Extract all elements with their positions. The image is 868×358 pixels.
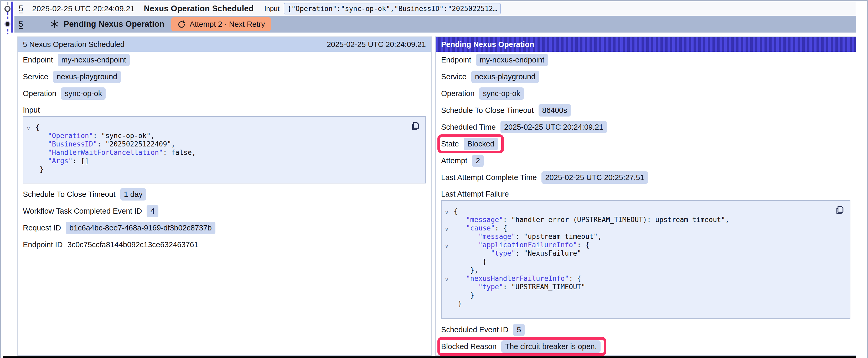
json-code-text: "message": "handler error (UPSTREAM_TIME… (454, 216, 729, 224)
collapse-chevron-icon (445, 292, 454, 300)
collapse-chevron-icon (27, 133, 35, 141)
collapse-chevron-icon[interactable]: ∨ (445, 275, 454, 284)
field-value-service: nexus-playground (53, 71, 121, 83)
field-row-blocked-reason: Blocked ReasonThe circuit breaker is ope… (441, 340, 600, 353)
pending-operation-title: Pending Nexus Operation (441, 40, 534, 49)
copy-icon[interactable] (410, 121, 421, 131)
json-line: } (27, 165, 420, 173)
field-label-state: State (441, 140, 459, 148)
json-line: } (445, 299, 845, 308)
field-row-workflow-task-completed-event-id: Workflow Task Completed Event ID4 (23, 205, 426, 217)
field-value-scheduled-time: 2025-02-25 UTC 20:24:09.21 (500, 121, 607, 133)
collapse-chevron-icon[interactable]: ∨ (445, 208, 454, 217)
json-code-text: } (35, 165, 43, 173)
collapse-chevron-icon (27, 158, 35, 166)
field-label-workflow-task-completed-event-id: Workflow Task Completed Event ID (23, 207, 142, 216)
field-row-operation: Operationsync-op-ok (23, 88, 426, 99)
field-label-service: Service (441, 72, 467, 81)
json-code-text: "BusinessID": "20250225122409", (35, 140, 175, 148)
field-value-scheduled-event-id: 5 (513, 324, 525, 336)
field-row-operation: Operationsync-op-ok (441, 88, 850, 99)
json-code-text: { (454, 207, 458, 216)
json-line: "type": "NexusFailure" (445, 249, 845, 258)
field-value-operation: sync-op-ok (479, 88, 524, 100)
collapse-chevron-icon[interactable]: ∨ (27, 124, 35, 133)
json-code-text: } (454, 258, 487, 266)
field-label-endpoint-id: Endpoint ID (23, 240, 63, 249)
field-value-workflow-task-completed-event-id: 4 (147, 205, 158, 217)
json-code-text: } (454, 299, 462, 308)
asterisk-icon (50, 20, 59, 29)
copy-icon[interactable] (835, 205, 845, 216)
event-row-nexus-operation-scheduled[interactable]: 5 2025-02-25 UTC 20:24:09.21 Nexus Opera… (14, 2, 856, 16)
json-code-text: "Args": [] (35, 157, 89, 165)
field-row-request-id: Request IDb1c6a4bc-8ee7-468a-9169-df3b02… (23, 222, 426, 234)
field-row-scheduled-time: Scheduled Time2025-02-25 UTC 20:24:09.21 (441, 121, 850, 133)
pending-nexus-operation-row[interactable]: 5 Pending Nexus Operation Attempt 2 · Ne… (14, 16, 856, 33)
field-row-state: StateBlocked (441, 138, 498, 150)
collapse-chevron-icon[interactable]: ∨ (445, 242, 454, 250)
pending-event-name: Pending Nexus Operation (64, 20, 164, 29)
collapse-chevron-icon (445, 250, 454, 259)
temporal-event-history-screen: 5 2025-02-25 UTC 20:24:09.21 Nexus Opera… (0, 0, 868, 358)
json-code-text: "message": "upstream timeout", (454, 232, 602, 241)
timeline-connector (7, 2, 8, 5)
json-code-text: { (35, 123, 40, 131)
field-label-last-attempt-failure: Last Attempt Failure (441, 189, 850, 199)
json-code-text: "cause": { (454, 224, 507, 232)
field-value-endpoint: my-nexus-endpoint (476, 54, 548, 66)
json-line: ∨{ (445, 207, 845, 216)
event-timestamp: 2025-02-25 UTC 20:24:09.21 (32, 4, 134, 13)
field-value-attempt: 2 (472, 155, 484, 167)
field-row-service: Servicenexus-playground (441, 71, 850, 83)
json-line: ∨ "nexusHandlerFailureInfo": { (445, 274, 845, 283)
field-row-schedule-to-close-timeout: Schedule To Close Timeout1 day (23, 188, 426, 200)
json-code-text: "HandlerWaitForCancellation": false, (35, 148, 196, 157)
field-row-endpoint: Endpointmy-nexus-endpoint (23, 54, 426, 66)
json-line: "message": "upstream timeout", (445, 232, 845, 241)
scrollbar-gutter[interactable] (856, 2, 867, 358)
json-line: } (445, 291, 845, 299)
event-id-link[interactable]: 5 (19, 4, 23, 13)
field-row-service: Servicenexus-playground (23, 71, 426, 83)
pending-operation-panel: Pending Nexus Operation Endpointmy-nexus… (435, 36, 856, 356)
json-code-text: "type": "UPSTREAM_TIMEOUT" (454, 283, 585, 291)
retry-badge-label: Attempt 2 · Next Retry (190, 20, 265, 29)
field-label-operation: Operation (441, 89, 474, 98)
window-bottom-edge (3, 356, 865, 358)
json-line: ∨ "cause": { (445, 224, 845, 232)
field-value-operation: sync-op-ok (61, 88, 105, 100)
event-detail-title: 5 Nexus Operation Scheduled (23, 40, 125, 49)
input-preview-chip[interactable]: {"Operation":"sync-op-ok","BusinessID":"… (284, 3, 501, 14)
collapse-chevron-icon (27, 149, 35, 158)
field-row-last-attempt-complete-time: Last Attempt Complete Time2025-02-25 UTC… (441, 171, 850, 184)
field-label-operation: Operation (23, 89, 56, 98)
retry-icon (177, 20, 186, 29)
selected-event-indicator-bar (11, 2, 13, 33)
input-label: Input (264, 5, 280, 13)
collapse-chevron-icon (445, 284, 454, 292)
collapse-chevron-icon (445, 259, 454, 267)
collapse-chevron-icon[interactable]: ∨ (445, 225, 454, 233)
json-line: "message": "handler error (UPSTREAM_TIME… (445, 216, 845, 224)
field-label-scheduled-event-id: Scheduled Event ID (441, 325, 508, 334)
timeline-open-circle-icon (4, 6, 10, 12)
pending-event-id-link[interactable]: 5 (19, 20, 23, 29)
field-value-blocked-reason: The circuit breaker is open. (501, 340, 600, 353)
collapse-chevron-icon (27, 141, 35, 149)
collapse-chevron-icon (445, 267, 454, 275)
json-line: "Args": [] (27, 157, 420, 165)
collapse-chevron-icon (445, 300, 454, 309)
json-code-text: } (454, 291, 474, 299)
retry-attempt-badge: Attempt 2 · Next Retry (171, 17, 271, 31)
event-detail-panel: 5 Nexus Operation Scheduled 2025-02-25 U… (17, 36, 432, 356)
field-label-last-attempt-complete-time: Last Attempt Complete Time (441, 173, 537, 182)
field-label-scheduled-time: Scheduled Time (441, 123, 496, 131)
field-row-schedule-to-close-timeout: Schedule To Close Timeout86400s (441, 104, 850, 116)
collapse-chevron-icon (445, 217, 454, 225)
field-value-service: nexus-playground (471, 71, 539, 83)
field-value-state: Blocked (464, 138, 498, 150)
field-value-endpoint: my-nexus-endpoint (58, 54, 130, 66)
collapse-chevron-icon (445, 233, 454, 242)
field-value-endpoint-id[interactable]: 3c0c75ccfa8144b092c13ce632463761 (67, 240, 198, 249)
